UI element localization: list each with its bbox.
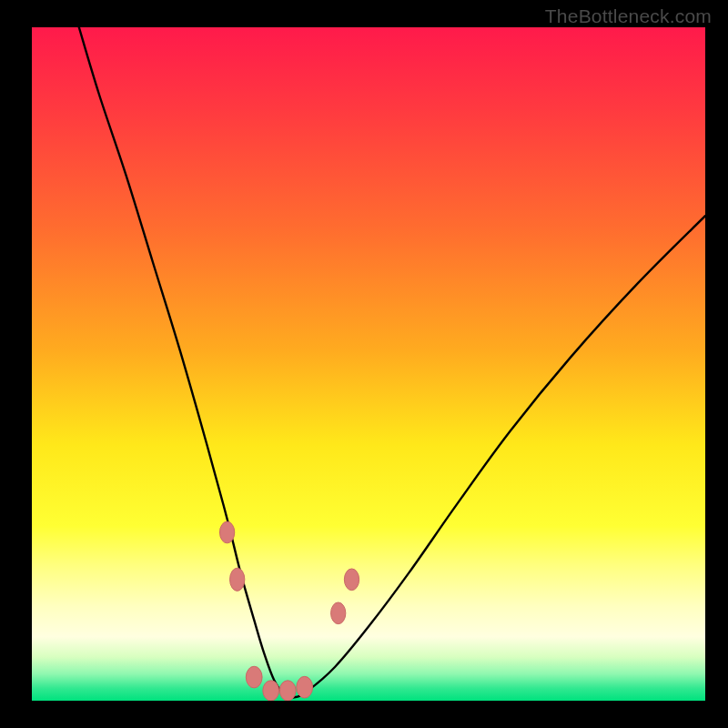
marker-trough-2 <box>263 681 279 701</box>
chart-frame: TheBottleneck.com <box>0 0 728 728</box>
watermark-text: TheBottleneck.com <box>545 5 712 27</box>
plot-area <box>32 27 705 701</box>
curve-layer <box>32 27 705 701</box>
marker-right-upper <box>344 569 359 591</box>
marker-trough-1 <box>246 666 262 688</box>
marker-left-upper <box>219 521 234 543</box>
curve-markers <box>219 521 359 701</box>
marker-trough-3 <box>279 681 296 701</box>
marker-left-lower <box>230 568 245 591</box>
marker-trough-4 <box>297 676 313 698</box>
marker-right-lower <box>331 602 346 624</box>
bottleneck-curve <box>79 27 705 697</box>
